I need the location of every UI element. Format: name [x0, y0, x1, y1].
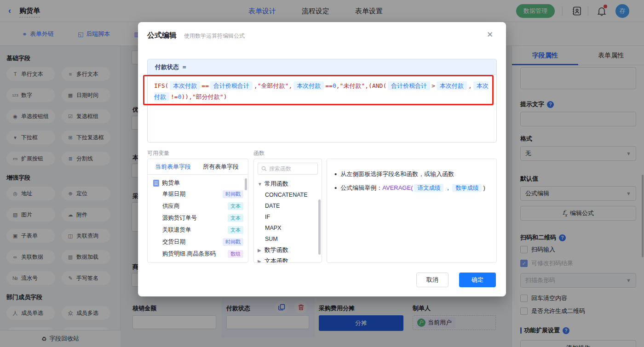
function-search-input[interactable]: 搜索函数 [258, 163, 318, 175]
document-icon [153, 180, 159, 187]
chevron-right-icon: ▶ [258, 248, 262, 253]
formula-token: 0 [333, 82, 336, 89]
modal-subtitle: 使用数学运算符编辑公式 [184, 32, 245, 40]
function-item-CONCATENATE[interactable]: CONCATENATE [254, 189, 322, 200]
type-badge: 文本 [228, 214, 243, 222]
formula-token: "未付款" [340, 82, 365, 89]
variable-row[interactable]: 源购货订单号文本 [148, 212, 248, 224]
formula-token: , [189, 93, 192, 100]
scrollbar-thumb[interactable] [318, 199, 321, 255]
formula-token: , [468, 82, 472, 89]
formula-expression[interactable]: IFS(本次付款==合计价税合计,"全部付款",本次付款==0,"未付款",(A… [148, 75, 496, 108]
variable-row[interactable]: 交货日期时间戳 [148, 236, 248, 248]
formula-token: )) [181, 93, 189, 100]
formula-token: != [171, 93, 178, 100]
function-group-数学函数[interactable]: ▶数学函数 [254, 245, 322, 256]
formula-field-chip[interactable]: 本次付款 [170, 81, 200, 90]
confirm-button[interactable]: 确定 [459, 273, 496, 287]
close-icon[interactable]: ✕ [487, 30, 493, 40]
help-tip-2: • 公式编辑举例：AVERAGE(语文成绩，数学成绩) [334, 181, 489, 195]
formula-token: ) [224, 93, 227, 100]
help-tip-1: •从左侧面板选择字段名和函数，或输入函数 [334, 167, 489, 181]
cancel-button[interactable]: 取消 [416, 273, 448, 287]
formula-token: "部分付款" [192, 93, 224, 100]
formula-token: IFS( [154, 82, 168, 89]
formula-field-chip[interactable]: 本次付款 [437, 81, 467, 90]
chevron-down-icon: ▼ [258, 182, 262, 187]
formula-token: , [288, 82, 292, 89]
modal-title: 公式编辑 [147, 31, 177, 40]
variables-tabs: 当前表单字段 所有表单字段 [148, 159, 248, 175]
formula-token: , [254, 82, 258, 89]
vars-caption: 可用变量 [147, 149, 169, 157]
funcs-caption: 函数 [253, 149, 264, 157]
formula-token: ,( [365, 82, 372, 89]
formula-token: > [431, 82, 435, 89]
function-group-文本函数[interactable]: ▶文本函数 [254, 256, 322, 263]
function-item-SUM[interactable]: SUM [254, 233, 322, 245]
tab-current-form-fields[interactable]: 当前表单字段 [155, 163, 191, 171]
variable-row[interactable]: 供应商文本 [148, 200, 248, 212]
type-badge: 文本 [228, 202, 243, 210]
formula-help-panel: •从左侧面板选择字段名和函数，或输入函数 • 公式编辑举例：AVERAGE(语文… [327, 159, 497, 263]
formula-token: AND( [372, 82, 386, 89]
variable-row[interactable]: 购货明细.商品条形码数组 [148, 248, 248, 260]
formula-edit-modal: 公式编辑 使用数学运算符编辑公式 ✕ 付款状态 = IFS(本次付款==合计价税… [138, 22, 506, 296]
variable-row[interactable]: 关联退货单文本 [148, 224, 248, 236]
type-badge: 时间戳 [223, 238, 243, 246]
formula-token: , [336, 82, 340, 89]
function-item-IF[interactable]: IF [254, 211, 322, 222]
type-badge: 文本 [228, 226, 243, 234]
tab-all-form-fields[interactable]: 所有表单字段 [203, 163, 239, 171]
form-tree-root[interactable]: 购货单 [148, 175, 248, 188]
search-placeholder: 搜索函数 [269, 165, 291, 173]
search-icon [261, 166, 267, 171]
formula-token: == [325, 82, 333, 89]
formula-target-field: 付款状态 = [148, 59, 496, 75]
formula-field-chip[interactable]: 合计价税合计 [388, 81, 430, 90]
function-item-MAPX[interactable]: MAPX [254, 222, 322, 233]
formula-editor[interactable]: 付款状态 = IFS(本次付款==合计价税合计,"全部付款",本次付款==0,"… [147, 59, 497, 142]
functions-panel: 搜索函数 ▼常用函数CONCATENATEDATEIFMAPXSUM▶数学函数▶… [253, 159, 322, 263]
variable-row[interactable]: 单据日期时间戳 [148, 188, 248, 200]
formula-field-chip[interactable]: 合计价税合计 [210, 81, 253, 90]
function-group-常用函数[interactable]: ▼常用函数 [254, 178, 322, 189]
formula-token: "全部付款" [258, 82, 289, 89]
example-field-chip: 语文成绩 [414, 184, 443, 192]
scrollbar-thumb[interactable] [245, 178, 247, 190]
example-field-chip: 数学成绩 [452, 184, 482, 192]
function-item-DATE[interactable]: DATE [254, 200, 322, 211]
chevron-right-icon: ▶ [258, 259, 262, 263]
formula-field-chip[interactable]: 本次付款 [293, 81, 324, 90]
formula-token: == [201, 82, 209, 89]
variables-panel: 当前表单字段 所有表单字段 购货单 单据日期时间戳供应商文本源购货订单号文本关联… [147, 159, 248, 263]
type-badge: 时间戳 [223, 190, 243, 198]
type-badge: 数组 [228, 250, 243, 258]
